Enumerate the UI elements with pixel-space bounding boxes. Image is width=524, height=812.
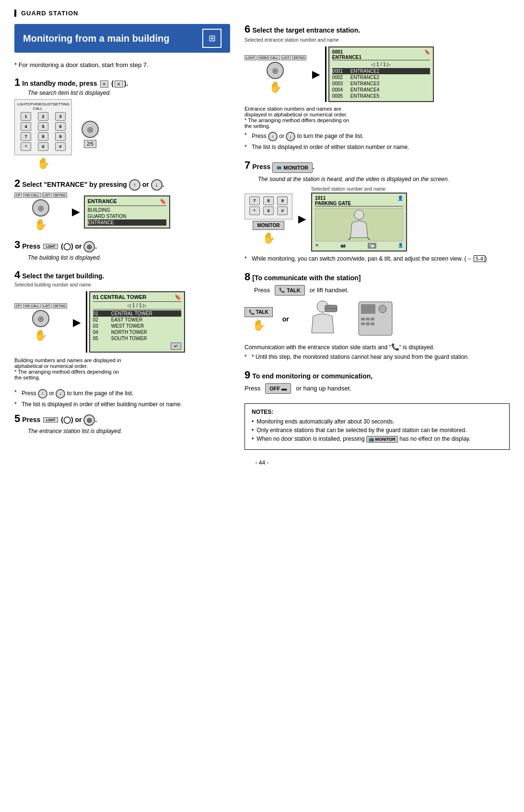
- step-6-text: Select the target entrance station.: [252, 26, 360, 34]
- step-3-text: Press LGHT (◯) or ◎.: [22, 241, 97, 252]
- handset-figure: [299, 299, 347, 339]
- step-1-text: In standby mode, press ≡ (≡).: [22, 80, 128, 88]
- step-4-figure-area: Selected building number and name CP VID…: [14, 282, 230, 380]
- step-8-press-row: Press 📞 TALK or lift handset.: [254, 285, 510, 296]
- parking-screen: 1011PARKING GATE 👤: [311, 193, 407, 252]
- step-7-num: 7: [245, 160, 250, 171]
- step-8-text: [To communicate with the station]: [252, 274, 361, 282]
- step-6-num: 6: [245, 24, 250, 34]
- step-4-annotation: Building numbers and names are displayed…: [14, 357, 230, 380]
- step-7-screen-area: Selected station number and name 1011PAR…: [311, 186, 407, 252]
- step-1-figure: LGHT CP VIDEO CALL LIST SETTING 123 456: [14, 99, 230, 170]
- step-5-title: 5 Press LGHT (◯) or ◎.: [14, 413, 230, 426]
- step-2-arrow: ▶: [72, 206, 79, 217]
- step-2-screen: ENTRANCE 🔖 BUILDING GUARD STATION ENTRAN…: [84, 195, 170, 229]
- bullets-right: Press ↑ or ↓ to turn the page of the lis…: [245, 132, 510, 150]
- svg-rect-10: [366, 318, 370, 320]
- step-8-bullet: * Until this step, the monitored station…: [245, 354, 510, 360]
- bullets-left: Press ↑ or ↓ to turn the page of the lis…: [14, 389, 230, 408]
- svg-rect-11: [371, 318, 374, 320]
- step-2-title: 2 Select "ENTRANCE" by pressing ↑ or ↓.: [14, 178, 230, 191]
- step-9-press-label: Press: [245, 385, 260, 392]
- step-2-num: 2: [14, 178, 20, 189]
- main-title: Monitoring from a main building: [23, 33, 170, 44]
- top-bar: GUARD STATION: [14, 10, 510, 17]
- step-7-bullet-1: While monitoring, you can switch zoom/wi…: [245, 255, 510, 262]
- step-3-title: 3 Press LGHT (◯) or ◎.: [14, 240, 230, 252]
- step-7-bullets: While monitoring, you can switch zoom/wi…: [245, 255, 510, 262]
- notes-item-2: Only entrance stations that can be selec…: [252, 427, 502, 434]
- step-8-comm-figure: 📞 TALK ✋ or: [245, 299, 510, 339]
- selected-building-label: Selected building number and name: [14, 282, 230, 287]
- step-3: 3 Press LGHT (◯) or ◎. The building list…: [14, 240, 230, 261]
- svg-rect-14: [371, 322, 374, 325]
- step-8-comm-note: Communication with the entrance station …: [245, 343, 510, 351]
- step-7-title: 7 Press 📺 MONITOR.: [245, 160, 510, 173]
- svg-point-0: [354, 210, 364, 219]
- talk-button[interactable]: 📞 TALK: [275, 285, 305, 296]
- selected-station-label: Selected station number and name: [311, 186, 407, 192]
- handset-device-figure: [356, 299, 395, 339]
- step-9-press-row: Press OFF ▬ or hang up handset.: [245, 383, 510, 394]
- notes-item-3: When no door station is installed, press…: [252, 435, 502, 443]
- step-8-num: 8: [245, 272, 250, 282]
- step-6-annotation: Entrance station numbers and names are d…: [245, 106, 510, 129]
- step-4-screen-area: 01 CENTRAL TOWER 🔖 ◁ 1 / 1 ▷ 01CENTRAL T…: [86, 291, 185, 354]
- intro-note: * For monitoring a door station, start f…: [14, 61, 230, 69]
- step-7-keypad: 789 *0# MONITOR ✋: [245, 194, 292, 244]
- notes-box: NOTES: Monitoring ends automatically aft…: [245, 403, 510, 450]
- svg-rect-7: [361, 304, 375, 314]
- svg-rect-13: [366, 322, 370, 325]
- step-8: 8 [To communicate with the station] Pres…: [245, 272, 510, 360]
- or-text: or: [282, 315, 289, 323]
- step-9-title: 9 To end monitoring or communication,: [245, 370, 510, 380]
- step-9-or-label: or hang up handset.: [296, 385, 351, 392]
- svg-rect-9: [361, 318, 365, 320]
- step-1: 1 In standby mode, press ≡ (≡). The sear…: [14, 77, 230, 170]
- nav-ring-1[interactable]: ◎: [82, 121, 99, 138]
- off-button[interactable]: OFF ▬: [265, 383, 291, 394]
- step-8-press-label: Press: [254, 286, 270, 294]
- main-header: Monitoring from a main building ⊞: [14, 24, 230, 53]
- header-icon: ⊞: [202, 29, 221, 48]
- svg-rect-12: [361, 322, 365, 325]
- step-6-figure-row: LGHT VIDEO CALL LIST SETNG ◎ ✋ ▶: [245, 46, 510, 102]
- bullet-left-1: Press ↑ or ↓ to turn the page of the lis…: [14, 389, 230, 399]
- step-5-text: Press LGHT (◯) or ◎.: [22, 414, 97, 426]
- step-8-device: 📞 TALK ✋: [245, 307, 273, 332]
- notes-item-1: Monitoring ends automatically after abou…: [252, 418, 502, 425]
- monitor-button[interactable]: 📺 MONITOR: [272, 162, 313, 173]
- step-5-num: 5: [14, 413, 20, 424]
- step-7: 7 Press 📺 MONITOR. The sound at the stat…: [245, 160, 510, 262]
- svg-line-1: [349, 238, 350, 240]
- step-8-title: 8 [To communicate with the station]: [245, 272, 510, 282]
- step-5-sub: The entrance station list is displayed.: [28, 428, 230, 435]
- step-2: 2 Select "ENTRANCE" by pressing ↑ or ↓. …: [14, 178, 230, 231]
- step-4-num: 4: [14, 270, 20, 280]
- step-7-sub: The sound at the station is heard, and t…: [258, 176, 510, 183]
- step-4-text: Select the target building.: [22, 272, 104, 280]
- step-6: 6 Select the target entrance station. Se…: [245, 24, 510, 150]
- step-4-arrow: ▶: [73, 317, 80, 328]
- step-6-title: 6 Select the target entrance station.: [245, 24, 510, 34]
- step-3-sub: The building list is displayed.: [28, 254, 230, 261]
- bullet-right-1: Press ↑ or ↓ to turn the page of the lis…: [245, 132, 510, 141]
- building-screen: 01 CENTRAL TOWER 🔖 ◁ 1 / 1 ▷ 01CENTRAL T…: [89, 291, 185, 353]
- step-4: 4 Select the target building. Selected b…: [14, 270, 230, 380]
- entrance-screen-callout: 0001ENTRANCE1 🔖 ◁ 1 / 1 ▷ 0001ENTRANCE1 …: [325, 46, 434, 102]
- bullet-left-2: The list is displayed in order of either…: [14, 401, 230, 408]
- step-5: 5 Press LGHT (◯) or ◎. The entrance stat…: [14, 413, 230, 435]
- step-3-num: 3: [14, 240, 20, 250]
- step-6-arrow: ▶: [312, 69, 319, 80]
- bullet-right-2: The list is displayed in order of either…: [245, 144, 510, 150]
- step-9-num: 9: [245, 370, 250, 380]
- step-9-text: To end monitoring or communication,: [252, 372, 373, 380]
- step-7-arrow: ▶: [298, 213, 305, 225]
- svg-point-8: [379, 305, 386, 313]
- top-bar-label: GUARD STATION: [21, 10, 78, 17]
- step-1-title: 1 In standby mode, press ≡ (≡).: [14, 77, 230, 88]
- step-7-text: Press 📺 MONITOR.: [252, 162, 314, 173]
- step-4-title: 4 Select the target building.: [14, 270, 230, 280]
- notes-title: NOTES:: [252, 409, 502, 415]
- step-6-figure: Selected entrance station number and nam…: [245, 37, 510, 129]
